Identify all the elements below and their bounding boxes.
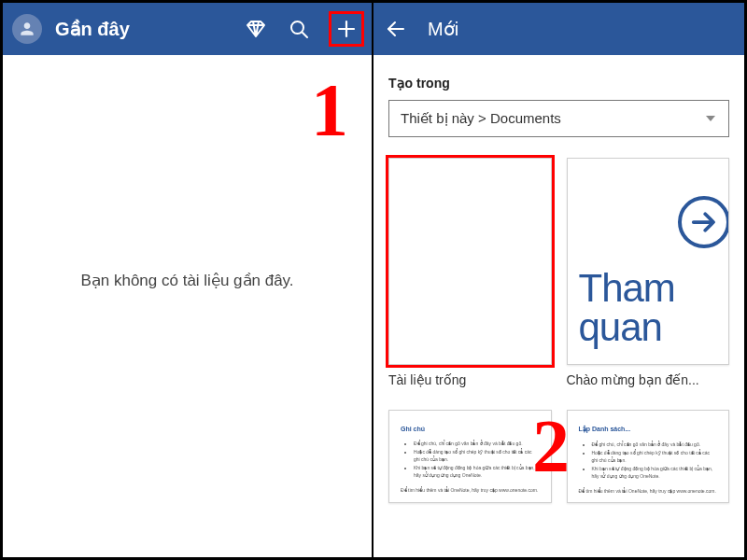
empty-message: Bạn không có tài liệu gần đây. (80, 271, 293, 290)
template-list[interactable]: Lập Danh sách... Để ghi chú, chỉ cần gõ … (567, 410, 730, 503)
template-welcome-label: Chào mừng bạn đến... (567, 372, 730, 387)
template-blank-label: Tài liệu trống (388, 372, 552, 387)
template-welcome-preview: Tham quan (579, 269, 729, 347)
location-dropdown[interactable]: Thiết bị này > Documents (388, 100, 729, 137)
template-welcome[interactable]: Tham quan Chào mừng bạn đến... (567, 158, 730, 387)
page-title: Mới (428, 18, 735, 40)
template-row: Tài liệu trống Tham quan Chào mừng bạn đ… (388, 158, 729, 387)
right-topbar: Mới (374, 3, 744, 55)
annotation-step-1: 1 (311, 68, 348, 153)
arrow-circle-icon (678, 196, 729, 248)
template-notes[interactable]: Ghi chú Để ghi chú, chỉ cần gõ văn bản ở… (388, 410, 552, 503)
template-blank[interactable]: Tài liệu trống (388, 158, 552, 387)
annotation-step-2: 2 (532, 404, 570, 489)
create-in-label: Tạo trong (388, 76, 729, 91)
back-button[interactable] (383, 16, 409, 42)
arrow-left-icon (385, 18, 407, 40)
template-blank-thumb (388, 158, 552, 365)
location-dropdown-value: Thiết bị này > Documents (401, 110, 561, 127)
template-welcome-thumb: Tham quan (567, 158, 730, 365)
chevron-down-icon (706, 116, 715, 121)
